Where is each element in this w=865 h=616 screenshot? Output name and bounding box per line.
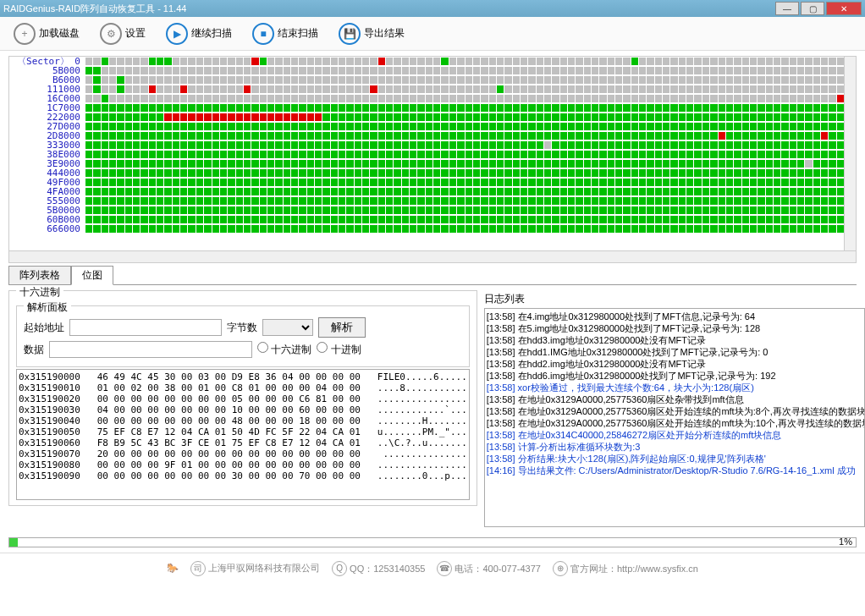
footer: 🐎 司上海甲驭网络科技有限公司 QQQ：1253140355 ☎电话：400-0… [0, 553, 865, 583]
radio-hex[interactable] [257, 342, 268, 353]
progress-label: 1% [839, 536, 852, 547]
phone-icon: ☎ [437, 561, 452, 576]
progress-fill [9, 538, 18, 547]
tab-array-table[interactable]: 阵列表格 [8, 266, 71, 285]
log-line: [13:58] 在hdd2.img地址0x312980000处没有MFT记录 [487, 358, 862, 370]
toolbar: +加载磁盘 ⚙设置 ▶继续扫描 ■结束扫描 💾导出结果 [0, 17, 865, 51]
settings-button[interactable]: ⚙设置 [93, 19, 152, 48]
gear-icon: ⚙ [100, 23, 122, 45]
footer-qq: QQ：1253140355 [350, 563, 425, 573]
footer-company: 上海甲驭网络科技有限公司 [208, 563, 320, 573]
hex-dump-area[interactable]: 0x315190000 46 49 4C 45 30 00 03 00 D9 E… [16, 369, 470, 500]
load-disk-button[interactable]: +加载磁盘 [7, 19, 86, 48]
qq-icon: Q [332, 561, 347, 576]
scrollbar-horizontal[interactable] [9, 250, 856, 262]
data-label: 数据 [24, 343, 44, 357]
footer-web: 官方网址：http://www.sysfix.cn [570, 563, 698, 573]
close-button[interactable]: ✕ [826, 2, 862, 15]
continue-scan-button[interactable]: ▶继续扫描 [159, 19, 239, 48]
end-scan-button[interactable]: ■结束扫描 [245, 19, 325, 48]
parse-button[interactable]: 解析 [318, 317, 366, 338]
radio-dec-label[interactable]: 十进制 [317, 342, 361, 357]
stop-icon: ■ [252, 23, 274, 45]
log-line: [13:58] 在4.img地址0x312980000处找到了MFT信息,记录号… [487, 311, 862, 322]
log-line: [13:58] 计算-分析出标准循环块数为:3 [487, 441, 862, 453]
tab-bitmap[interactable]: 位图 [71, 266, 113, 285]
byte-count-label: 字节数 [227, 321, 257, 335]
log-line: [13:58] 在地址0x314C40000,25846272扇区处开始分析连续… [487, 429, 862, 441]
log-line: [13:58] 在地址0x3129A0000,25775360扇区处开始连续的m… [487, 417, 862, 429]
export-button[interactable]: 💾导出结果 [332, 19, 411, 48]
log-line: [13:58] 在hdd3.img地址0x312980000处没有MFT记录 [487, 334, 862, 346]
maximize-button[interactable]: ▢ [801, 2, 824, 15]
scrollbar-vertical[interactable] [844, 57, 856, 250]
window-title: RAIDGenius-RAID阵列自动恢复工具 - 11.44 [3, 3, 186, 15]
radio-dec[interactable] [317, 342, 328, 353]
company-icon: 司 [190, 561, 206, 576]
save-icon: 💾 [339, 23, 361, 45]
titlebar: RAIDGenius-RAID阵列自动恢复工具 - 11.44 — ▢ ✕ [0, 0, 865, 17]
log-line: [13:58] 在5.img地址0x312980000处找到了MFT记录,记录号… [487, 322, 862, 334]
parse-panel-title: 解析面板 [24, 300, 71, 315]
log-line: [13:58] xor校验通过，找到最大连续个数:64，块大小为:128(扇区) [487, 382, 862, 393]
log-line: [13:58] 在hdd6.img地址0x312980000处找到了MFT记录,… [487, 370, 862, 382]
play-icon: ▶ [166, 23, 188, 45]
radio-hex-label[interactable]: 十六进制 [257, 342, 311, 357]
log-list[interactable]: [13:58] 在4.img地址0x312980000处找到了MFT信息,记录号… [484, 308, 865, 527]
log-line: [13:58] 在地址0x3129A0000,25775360扇区处开始连续的m… [487, 405, 862, 417]
minimize-button[interactable]: — [775, 2, 799, 15]
progress-bar: 1% [8, 537, 857, 547]
logo-icon: 🐎 [167, 563, 179, 574]
byte-count-select[interactable] [262, 319, 313, 336]
log-line: [13:58] 在hdd1.IMG地址0x312980000处找到了MFT记录,… [487, 346, 862, 358]
footer-tel: 电话：400-077-4377 [455, 563, 541, 573]
web-icon: ⊕ [553, 561, 568, 576]
tabs: 阵列表格 位图 [8, 265, 857, 285]
sector-addr: 666000 [9, 223, 85, 234]
log-line: [13:58] 分析结果:块大小:128(扇区),阵列起始扇区:0,规律见'阵列… [487, 453, 862, 465]
log-line: [14:16] 导出结果文件: C:/Users/Administrator/D… [487, 465, 862, 476]
data-input[interactable] [49, 341, 252, 358]
hex-group: 十六进制 解析面板 起始地址 字节数 解析 [8, 290, 477, 506]
plus-icon: + [14, 23, 36, 45]
sector-map: 〈Sector〉 05B000B600011100016C0001C700022… [8, 56, 857, 263]
start-addr-input[interactable] [69, 319, 222, 336]
log-line: [13:58] 在地址0x3129A0000,25775360扇区处杂带找到mf… [487, 393, 862, 405]
start-addr-label: 起始地址 [24, 321, 64, 335]
log-title: 日志列表 [484, 290, 865, 308]
hex-group-title: 十六进制 [16, 285, 63, 300]
